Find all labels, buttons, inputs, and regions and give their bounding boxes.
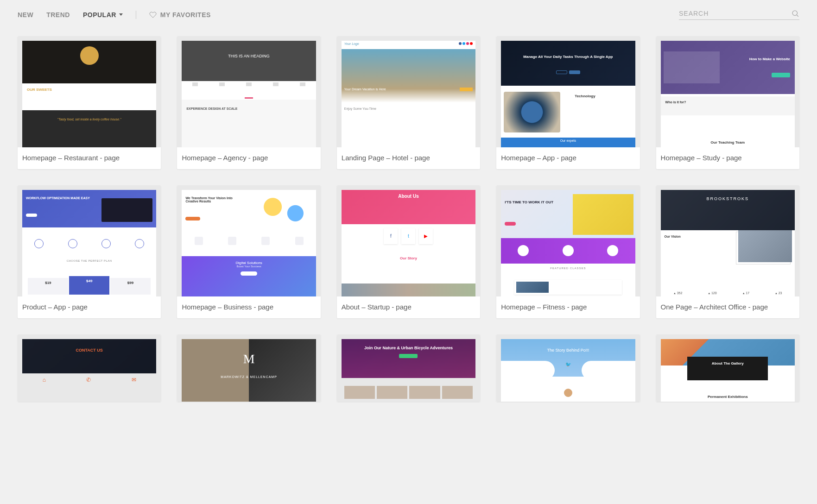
template-card[interactable]: Your LogoYour Dream Vacation is HereEnjo… bbox=[337, 36, 480, 169]
template-card[interactable]: "Tasty food, set inside a lively coffee … bbox=[18, 36, 161, 169]
search-icon[interactable] bbox=[791, 9, 799, 18]
template-card[interactable]: We Transform Your Vision Into Creative R… bbox=[177, 185, 320, 318]
template-preview: We Transform Your Vision Into Creative R… bbox=[182, 190, 316, 296]
template-title: Homepage – Agency - page bbox=[177, 147, 320, 169]
template-card[interactable]: About Usft▶Our Story About – Startup - p… bbox=[337, 185, 480, 318]
template-title: Homepage – Business - page bbox=[177, 296, 320, 318]
template-preview: Manage All Your Daily Tasks Through A Si… bbox=[501, 41, 635, 147]
template-card[interactable]: CONTACT US⌂✆✉ bbox=[18, 334, 161, 402]
template-thumbnail: CONTACT US⌂✆✉ bbox=[18, 334, 161, 402]
template-title: One Page – Architect Office - page bbox=[656, 296, 799, 318]
template-thumbnail: We Transform Your Vision Into Creative R… bbox=[177, 185, 320, 296]
template-title: Homepage – Fitness - page bbox=[496, 296, 640, 318]
template-title: About – Startup - page bbox=[337, 296, 480, 318]
template-thumbnail: Join Our Nature & Urban Bicycle Adventur… bbox=[337, 334, 480, 402]
template-preview: About Usft▶Our Story bbox=[342, 190, 475, 296]
template-card[interactable]: Homepage – Agency - page bbox=[177, 36, 320, 169]
template-card[interactable]: WORKFLOW OPTIMIZATION MADE EASYCHOOSE TH… bbox=[18, 185, 161, 318]
template-card[interactable]: I'TS TIME TO WORK IT OUTFEATURED CLASSES… bbox=[496, 185, 640, 318]
nav-trend[interactable]: TREND bbox=[46, 11, 70, 19]
template-thumbnail bbox=[177, 36, 320, 147]
template-thumbnail: WORKFLOW OPTIMIZATION MADE EASYCHOOSE TH… bbox=[18, 185, 161, 296]
chevron-down-icon bbox=[119, 13, 123, 16]
template-preview: CONTACT US⌂✆✉ bbox=[22, 339, 156, 402]
template-preview: MMARKOWITZ & MELLENCAMP bbox=[182, 339, 316, 402]
template-preview: WORKFLOW OPTIMIZATION MADE EASYCHOOSE TH… bbox=[22, 190, 156, 296]
template-thumbnail: Your LogoYour Dream Vacation is HereEnjo… bbox=[337, 36, 480, 147]
template-thumbnail: Manage All Your Daily Tasks Through A Si… bbox=[496, 36, 640, 147]
nav-new[interactable]: NEW bbox=[18, 11, 33, 19]
template-card[interactable]: How to Make a WebsiteWho is it for?Our T… bbox=[656, 36, 799, 169]
template-thumbnail: About Usft▶Our Story bbox=[337, 185, 480, 296]
svg-point-0 bbox=[792, 11, 798, 16]
template-card[interactable]: MMARKOWITZ & MELLENCAMP bbox=[177, 334, 320, 402]
template-card[interactable]: The Story Behind Po!!!🐦 bbox=[496, 334, 640, 402]
template-thumbnail: MMARKOWITZ & MELLENCAMP bbox=[177, 334, 320, 402]
template-preview: The Story Behind Po!!!🐦 bbox=[501, 339, 635, 402]
nav-popular-label: POPULAR bbox=[83, 11, 116, 19]
template-thumbnail: The Story Behind Po!!!🐦 bbox=[496, 334, 640, 402]
nav-divider bbox=[136, 11, 136, 19]
template-preview: "Tasty food, set inside a lively coffee … bbox=[22, 41, 156, 147]
template-thumbnail: How to Make a WebsiteWho is it for?Our T… bbox=[656, 36, 799, 147]
template-card[interactable]: Join Our Nature & Urban Bicycle Adventur… bbox=[337, 334, 480, 402]
template-preview: I'TS TIME TO WORK IT OUTFEATURED CLASSES bbox=[501, 190, 635, 296]
search-input[interactable] bbox=[679, 10, 791, 17]
template-thumbnail: I'TS TIME TO WORK IT OUTFEATURED CLASSES bbox=[496, 185, 640, 296]
template-thumbnail: "Tasty food, set inside a lively coffee … bbox=[18, 36, 161, 147]
template-preview: How to Make a WebsiteWho is it for?Our T… bbox=[661, 41, 795, 147]
nav-favorites[interactable]: MY FAVORITES bbox=[149, 11, 211, 19]
template-title: Homepage – Study - page bbox=[656, 147, 799, 169]
template-card[interactable]: About The GalleryPermanent Exhibitions bbox=[656, 334, 799, 402]
template-preview: BROOKSTROKSOur Vision3521201723 bbox=[661, 190, 795, 296]
nav-popular-dropdown[interactable]: POPULAR bbox=[83, 11, 123, 19]
template-title: Landing Page – Hotel - page bbox=[337, 147, 480, 169]
template-title: Homepage – Restaurant - page bbox=[18, 147, 161, 169]
filter-header: NEW TREND POPULAR MY FAVORITES bbox=[0, 0, 817, 29]
template-title: Product – App - page bbox=[18, 296, 161, 318]
template-card[interactable]: Manage All Your Daily Tasks Through A Si… bbox=[496, 36, 640, 169]
template-preview: Join Our Nature & Urban Bicycle Adventur… bbox=[342, 339, 475, 402]
template-thumbnail: BROOKSTROKSOur Vision3521201723 bbox=[656, 185, 799, 296]
svg-line-1 bbox=[797, 15, 798, 16]
search-field-wrap bbox=[679, 9, 799, 20]
template-grid: "Tasty food, set inside a lively coffee … bbox=[0, 29, 817, 419]
nav-favorites-label: MY FAVORITES bbox=[160, 11, 211, 19]
heart-icon bbox=[149, 11, 157, 19]
template-preview: About The GalleryPermanent Exhibitions bbox=[661, 339, 795, 402]
template-preview bbox=[182, 41, 316, 147]
template-title: Homepage – App - page bbox=[496, 147, 640, 169]
template-thumbnail: About The GalleryPermanent Exhibitions bbox=[656, 334, 799, 402]
template-card[interactable]: BROOKSTROKSOur Vision3521201723 One Page… bbox=[656, 185, 799, 318]
template-preview: Your LogoYour Dream Vacation is HereEnjo… bbox=[342, 41, 475, 147]
